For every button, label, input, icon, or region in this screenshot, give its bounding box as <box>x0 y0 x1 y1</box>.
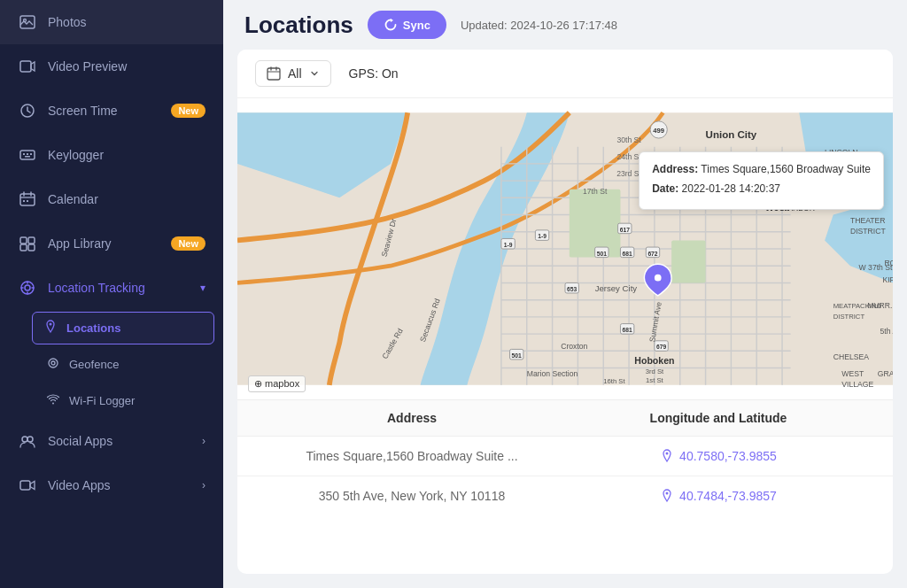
svg-text:679: 679 <box>656 344 666 350</box>
svg-rect-6 <box>27 153 28 155</box>
app-library-badge: New <box>171 236 205 251</box>
svg-text:672: 672 <box>647 251 657 257</box>
sidebar-item-screen-time[interactable]: Screen Time New <box>0 89 223 133</box>
svg-text:VILLAGE: VILLAGE <box>841 380 873 389</box>
sidebar-item-social-apps[interactable]: Social Apps › <box>0 419 223 463</box>
sidebar-sub-item-label: Locations <box>66 321 120 335</box>
mapbox-credit: ⊕ mapbox <box>248 375 306 392</box>
table-row[interactable]: 350 5th Ave, New York, NY 10118 40.7484,… <box>237 476 893 515</box>
svg-text:WEST: WEST <box>841 369 864 378</box>
coords-cell-1: 40.7580,-73.9855 <box>565 449 872 463</box>
chevron-down-icon: ▾ <box>200 282 205 294</box>
map-tooltip: Address: Times Square,1560 Broadway Suit… <box>639 151 884 210</box>
screen-time-icon <box>18 101 37 120</box>
pin-icon-1 <box>660 449 674 463</box>
filter-all-label: All <box>288 66 302 81</box>
filter-bar: All GPS: On <box>237 50 893 98</box>
svg-text:499: 499 <box>653 127 664 135</box>
sync-button[interactable]: Sync <box>368 11 446 39</box>
svg-text:1-9: 1-9 <box>538 233 547 239</box>
svg-rect-9 <box>20 194 35 205</box>
wifi-icon <box>46 392 60 409</box>
svg-text:5th Ave: 5th Ave <box>880 327 893 336</box>
address-cell-2: 350 5th Ave, New York, NY 10118 <box>259 489 565 503</box>
content-area: All GPS: On <box>237 50 893 574</box>
svg-text:3rd St: 3rd St <box>646 368 664 375</box>
geofence-icon <box>46 356 60 373</box>
page-title: Locations <box>244 12 353 39</box>
svg-rect-14 <box>20 244 27 251</box>
sidebar-item-video-preview[interactable]: Video Preview <box>0 44 223 89</box>
svg-text:MEATPACKING: MEATPACKING <box>833 302 882 310</box>
location-pin-icon <box>43 320 58 337</box>
svg-text:Jersey City: Jersey City <box>595 283 638 293</box>
dropdown-arrow-icon <box>309 68 320 79</box>
locations-table: Address Longitude and Latitude Times Squ… <box>237 399 893 515</box>
social-apps-icon <box>18 431 37 451</box>
svg-point-21 <box>22 437 27 442</box>
chevron-right-icon: › <box>202 479 205 491</box>
video-preview-icon <box>18 57 37 76</box>
sync-label: Sync <box>403 19 430 32</box>
svg-rect-2 <box>20 61 31 72</box>
svg-rect-10 <box>23 200 25 202</box>
svg-rect-51 <box>570 190 621 258</box>
svg-text:CHELSEA: CHELSEA <box>833 352 870 361</box>
svg-text:Marion Section: Marion Section <box>527 369 578 378</box>
chevron-right-icon: › <box>202 435 205 447</box>
sidebar-item-label: Calendar <box>48 192 98 206</box>
svg-rect-52 <box>671 240 705 282</box>
svg-rect-12 <box>20 237 27 244</box>
sidebar-item-location-tracking[interactable]: Location Tracking ▾ <box>0 266 223 310</box>
main-content: Locations Sync Updated: 2024-10-26 17:17… <box>223 0 907 588</box>
tooltip-date-value: 2022-01-28 14:20:37 <box>682 182 780 195</box>
tooltip-address-value: Times Square,1560 Broadway Suite <box>701 163 871 175</box>
svg-text:30th St: 30th St <box>616 135 641 144</box>
svg-rect-23 <box>20 481 30 490</box>
sidebar-item-label: Photos <box>48 15 87 29</box>
coords-value-2: 40.7484,-73.9857 <box>679 489 777 503</box>
all-filter-dropdown[interactable]: All <box>255 60 331 87</box>
calendar-small-icon <box>267 66 281 81</box>
sidebar-sub-item-locations[interactable]: Locations <box>32 312 214 344</box>
sync-icon <box>384 18 398 32</box>
sidebar-item-calendar[interactable]: Calendar <box>0 177 223 221</box>
page-header: Locations Sync Updated: 2024-10-26 17:17… <box>223 0 907 50</box>
svg-rect-11 <box>27 200 28 202</box>
updated-timestamp: Updated: 2024-10-26 17:17:48 <box>461 19 617 32</box>
sidebar-sub-item-geofence[interactable]: Geofence <box>0 346 223 383</box>
svg-text:DISTRICT: DISTRICT <box>850 227 887 236</box>
svg-point-22 <box>27 437 33 442</box>
sidebar-item-label: Video Preview <box>48 59 127 74</box>
map-container: 30th St 24th St 23rd St 17th St Castle R… <box>237 98 893 399</box>
svg-point-111 <box>666 453 669 455</box>
sidebar-item-label: Video Apps <box>48 478 111 492</box>
location-tracking-icon <box>18 278 37 298</box>
tooltip-address-label: Address: <box>652 163 698 175</box>
svg-text:16th St: 16th St <box>603 377 625 385</box>
sidebar: Photos Video Preview Screen Time New <box>0 0 223 588</box>
coords-value-1: 40.7580,-73.9855 <box>679 449 777 463</box>
svg-rect-8 <box>25 156 30 158</box>
video-apps-icon <box>18 476 37 495</box>
sidebar-sub-item-wifi-logger[interactable]: Wi-Fi Logger <box>0 383 223 419</box>
svg-text:24th St: 24th St <box>616 152 641 161</box>
sidebar-item-label: Location Tracking <box>48 281 145 295</box>
svg-text:653: 653 <box>567 286 577 292</box>
sidebar-item-app-library[interactable]: App Library New <box>0 221 223 266</box>
sidebar-item-keylogger[interactable]: Keylogger <box>0 133 223 177</box>
svg-text:Hoboken: Hoboken <box>634 355 674 366</box>
svg-text:GRAMERCY: GRAMERCY <box>878 369 893 378</box>
app-library-icon <box>18 234 37 253</box>
svg-point-19 <box>49 359 58 368</box>
pin-icon-2 <box>660 489 674 503</box>
address-header: Address <box>259 411 565 425</box>
sidebar-item-photos[interactable]: Photos <box>0 0 223 44</box>
svg-text:Croxton: Croxton <box>561 342 587 351</box>
table-row[interactable]: Times Square,1560 Broadway Suite ... 40.… <box>237 437 893 476</box>
svg-text:501: 501 <box>512 352 522 359</box>
svg-text:Union City: Union City <box>706 129 757 140</box>
coords-cell-2: 40.7484,-73.9857 <box>565 489 872 503</box>
sidebar-item-video-apps[interactable]: Video Apps › <box>0 463 223 507</box>
svg-text:KIPS: KIPS <box>882 275 893 284</box>
